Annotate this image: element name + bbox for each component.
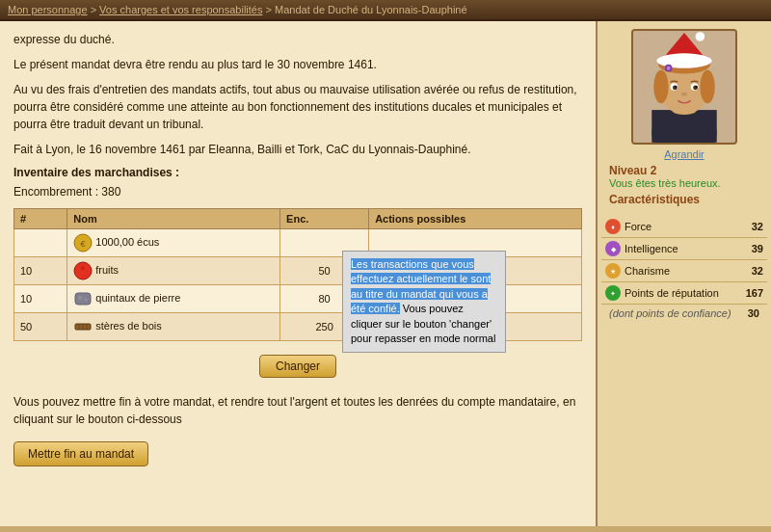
- col-enc: Enc.: [280, 209, 369, 229]
- svg-point-30: [696, 32, 705, 41]
- confidence-label: (dont points de confiance): [609, 307, 731, 319]
- rep-icon: ✦: [605, 285, 621, 301]
- caracteristiques-title: Caractéristiques: [605, 193, 700, 206]
- svg-point-24: [675, 86, 677, 88]
- cell-name: € 1000,00 écus: [67, 229, 280, 257]
- breadcrumb: Mon personnage > Vos charges et vos resp…: [0, 0, 771, 21]
- cell-hash: 10: [14, 257, 67, 285]
- nav-mychar[interactable]: Mon personnage: [8, 4, 88, 15]
- svg-point-2: [74, 262, 92, 279]
- col-actions: Actions possibles: [369, 209, 582, 229]
- money-icon: €: [73, 233, 93, 253]
- confidence-row: (dont points de confiance) 30: [601, 305, 767, 322]
- nav-current: Mandat de Duché du Lyonnais-Dauphiné: [275, 4, 467, 15]
- stat-row-intel: ◆ Intelligence 39: [601, 238, 767, 260]
- para4: Fait à Lyon, le 16 novembre 1461 par Ele…: [13, 141, 582, 158]
- right-sidebar: Agrandir Niveau 2 Vous êtes très heureux…: [598, 21, 771, 526]
- level-text: Niveau 2: [605, 164, 656, 177]
- svg-point-6: [85, 299, 88, 302]
- avatar-enlarge-link[interactable]: Agrandir: [664, 148, 705, 160]
- stat-row-force: ♦ Force 32: [601, 216, 767, 238]
- happy-text: Vous êtes très heureux.: [605, 177, 721, 189]
- svg-rect-4: [75, 293, 91, 305]
- svg-rect-13: [651, 110, 716, 143]
- stat-row-charisme: ★ Charisme 32: [601, 260, 767, 282]
- content-scroll[interactable]: expresse du duché. Le présent mandat dev…: [0, 21, 596, 526]
- svg-point-23: [693, 86, 698, 91]
- svg-point-18: [653, 70, 668, 104]
- para1: expresse du duché.: [13, 31, 582, 48]
- svg-point-22: [673, 86, 678, 91]
- nav-charges[interactable]: Vos charges et vos responsabilités: [99, 4, 262, 15]
- para2: Le présent mandat devra être rendu au pl…: [13, 56, 582, 73]
- main-layout: expresse du duché. Le présent mandat dev…: [0, 21, 771, 526]
- force-label: Force: [625, 221, 651, 232]
- tooltip-popup: Les transactions que vous effectuez actu…: [342, 251, 506, 353]
- rep-value: 167: [746, 287, 763, 299]
- cell-name: stères de bois: [67, 313, 280, 341]
- svg-point-32: [667, 66, 671, 70]
- avatar-area: Agrandir Niveau 2 Vous êtes très heureux…: [598, 21, 771, 214]
- fruit-icon: [73, 261, 93, 280]
- svg-point-19: [700, 70, 714, 104]
- col-hash: #: [14, 209, 67, 229]
- stat-row-rep: ✦ Points de réputation 167: [601, 282, 767, 305]
- para3: Au vu des frais d'entretien des mandats …: [13, 81, 582, 133]
- charisme-label: Charisme: [625, 265, 670, 277]
- cell-name: quintaux de pierre: [67, 285, 280, 313]
- svg-point-29: [656, 53, 712, 67]
- cell-hash: 10: [14, 285, 67, 313]
- cell-name: fruits: [67, 257, 280, 285]
- intel-icon: ◆: [605, 241, 621, 256]
- wood-icon: [73, 317, 93, 336]
- intel-value: 39: [752, 243, 763, 254]
- charisme-icon: ★: [605, 263, 621, 279]
- avatar-frame: [631, 29, 737, 145]
- svg-point-25: [696, 86, 698, 88]
- changer-button[interactable]: Changer: [259, 355, 336, 378]
- svg-point-3: [81, 266, 85, 270]
- force-value: 32: [752, 221, 763, 232]
- svg-text:✦: ✦: [610, 290, 616, 297]
- charisme-value: 32: [752, 265, 763, 277]
- svg-text:★: ★: [610, 268, 616, 275]
- svg-point-5: [78, 296, 82, 300]
- svg-text:♦: ♦: [611, 224, 615, 230]
- cell-hash: [14, 229, 67, 257]
- inventory-title: Inventaire des marchandises :: [13, 166, 582, 179]
- rep-label: Points de réputation: [625, 287, 719, 299]
- cell-hash: 50: [14, 313, 67, 341]
- stone-icon: [73, 289, 93, 308]
- force-icon: ♦: [605, 219, 621, 234]
- end-mandat-button[interactable]: Mettre fin au mandat: [13, 441, 148, 466]
- confidence-value: 30: [748, 307, 759, 319]
- encombrement: Encombrement : 380: [13, 183, 582, 200]
- svg-text:€: €: [81, 239, 86, 249]
- svg-point-26: [681, 93, 687, 96]
- content-area: expresse du duché. Le présent mandat dev…: [0, 21, 598, 526]
- stats-area: ♦ Force 32 ◆ Intelligence 39: [598, 214, 771, 324]
- intel-label: Intelligence: [625, 243, 678, 254]
- footer-text: Vous pouvez mettre fin à votre mandat, e…: [13, 393, 582, 428]
- col-name: Nom: [67, 209, 280, 229]
